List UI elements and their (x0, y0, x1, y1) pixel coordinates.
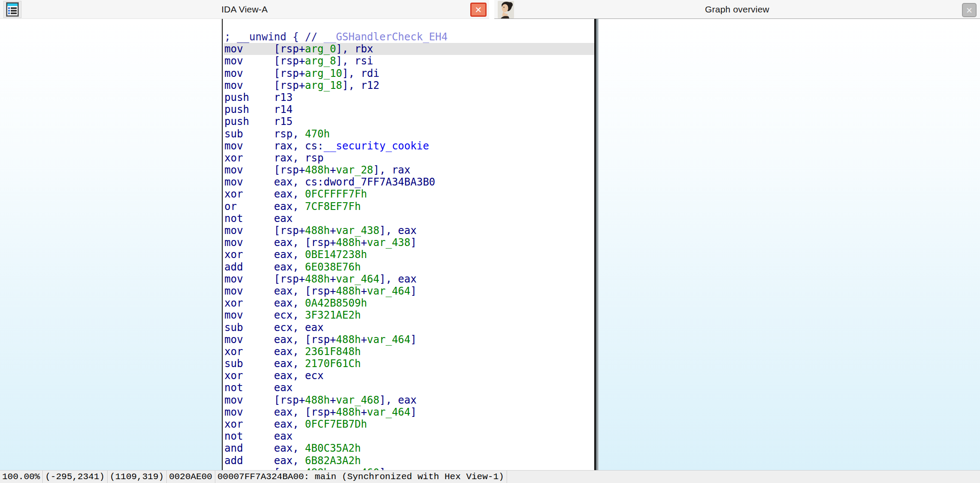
asm-token: 6B82A3A2h (305, 455, 361, 467)
asm-token: var_464 (367, 406, 410, 418)
ida-view-a-titlebar: IDA View-A ✕ (0, 0, 489, 19)
asm-token: 3F321AE2h (305, 309, 361, 321)
asm-token: + (330, 394, 336, 406)
asm-listing-lines: ; __unwind { // __GSHandlerCheck_EH4mov … (224, 31, 594, 470)
asm-line[interactable]: not eax (224, 213, 594, 225)
asm-token: ], rax (373, 164, 411, 176)
asm-token: ], r12 (342, 79, 380, 91)
asm-line[interactable]: xor eax, 2361F848h (224, 346, 594, 358)
asm-line[interactable]: xor eax, ecx (224, 370, 594, 382)
asm-line[interactable]: mov eax, [rsp+488h+var_464] (224, 406, 594, 418)
status-file-offset: 0020AE00 (167, 471, 215, 483)
asm-token: arg_18 (305, 79, 342, 91)
asm-line[interactable]: xor eax, 0BE147238h (224, 249, 594, 261)
asm-token: 488h (305, 225, 330, 237)
asm-line[interactable]: sub ecx, eax (224, 322, 594, 334)
close-icon[interactable]: ✕ (470, 3, 487, 17)
disassembly-listing[interactable]: ; __unwind { // __GSHandlerCheck_EH4mov … (222, 19, 594, 470)
asm-token: xor eax, (224, 249, 305, 261)
asm-token: push r15 (224, 115, 293, 128)
asm-token: sub ecx, eax (224, 322, 324, 334)
asm-token: sub rsp, (224, 128, 305, 140)
asm-token: ] (411, 406, 417, 418)
asm-line[interactable]: mov [rsp+488h+var_464], eax (224, 273, 594, 285)
asm-token: var_460 (336, 467, 379, 470)
asm-line[interactable]: add eax, 6B82A3A2h (224, 455, 594, 467)
asm-token: mov [rsp+ (224, 164, 305, 176)
asm-token: 7CF8EF7Fh (305, 200, 361, 213)
asm-line[interactable]: mov [rsp+arg_18], r12 (224, 79, 594, 91)
asm-line[interactable]: xor rax, rsp (224, 152, 594, 164)
asm-line[interactable]: mov rax, cs:__security_cookie (224, 140, 594, 152)
asm-line[interactable]: xor eax, 0A42B8509h (224, 297, 594, 309)
asm-token: ] (411, 237, 417, 249)
asm-line[interactable]: mov [rsp+arg_8], rsi (224, 55, 594, 67)
asm-token: + (361, 334, 367, 346)
asm-line[interactable]: ; __unwind { // __GSHandlerCheck_EH4 (224, 31, 594, 43)
asm-line[interactable]: push r15 (224, 115, 594, 128)
asm-token: 470h (305, 128, 330, 140)
asm-line[interactable]: push r13 (224, 91, 594, 103)
asm-token: ], eax (379, 394, 417, 406)
asm-token: + (361, 285, 367, 297)
asm-token: and eax, (224, 442, 305, 454)
graph-overview-title: Graph overview (494, 0, 980, 19)
asm-line[interactable]: sub rsp, 470h (224, 128, 594, 140)
asm-token: 488h (305, 467, 330, 470)
asm-token: mov [rsp+ (224, 467, 305, 470)
asm-token: ], rbx (336, 43, 373, 55)
asm-line[interactable]: mov ecx, 3F321AE2h (224, 309, 594, 321)
asm-token: add eax, (224, 455, 305, 467)
asm-token: mov eax, [rsp+ (224, 285, 336, 297)
status-address-function: 00007FF7A324BA00: main (Synchronized wit… (215, 471, 507, 483)
asm-line[interactable]: mov [rsp+488h+var_438], eax (224, 225, 594, 237)
ida-view-a-title: IDA View-A (0, 0, 489, 19)
asm-token: var_464 (367, 334, 410, 346)
asm-line[interactable]: mov eax, [rsp+488h+var_464] (224, 285, 594, 297)
asm-token: xor eax, (224, 418, 305, 430)
asm-token: 488h (336, 406, 361, 418)
asm-token: 0FCF7EB7Dh (305, 418, 367, 430)
graph-overview-canvas[interactable] (599, 19, 980, 470)
asm-line[interactable]: push r14 (224, 103, 594, 115)
asm-token: 0A42B8509h (305, 297, 367, 309)
asm-line[interactable]: mov [rsp+arg_10], rdi (224, 67, 594, 79)
asm-line[interactable]: add eax, 6E038E76h (224, 261, 594, 273)
asm-line[interactable]: not eax (224, 382, 594, 394)
asm-token: ], rsi (336, 55, 373, 67)
asm-token: xor eax, (224, 297, 305, 309)
asm-line[interactable]: mov [rsp+488h+var_28], rax (224, 164, 594, 176)
asm-line[interactable]: mov [rsp+488h+var_460], eax (224, 467, 594, 470)
asm-token: add eax, (224, 261, 305, 273)
asm-line[interactable]: sub eax, 2170F61Ch (224, 358, 594, 370)
asm-token: + (330, 164, 336, 176)
graph-overview-titlebar: Graph overview ✕ (494, 0, 980, 19)
asm-token: not eax (224, 430, 293, 442)
asm-line[interactable]: mov eax, cs:dword_7FF7A34BA3B0 (224, 176, 594, 188)
asm-token: 488h (336, 237, 361, 249)
asm-line[interactable]: mov [rsp+488h+var_468], eax (224, 394, 594, 406)
asm-token: var_468 (336, 394, 379, 406)
asm-line[interactable]: mov eax, [rsp+488h+var_464] (224, 334, 594, 346)
asm-line[interactable]: not eax (224, 430, 594, 442)
ida-workspace: IDA View-A ✕ Graph overview ✕ ; __unwind… (0, 0, 980, 483)
asm-token: mov rax, cs: (224, 140, 324, 152)
disassembly-left-margin (0, 19, 222, 470)
asm-line[interactable]: and eax, 4B0C35A2h (224, 442, 594, 454)
asm-token: mov [rsp+ (224, 55, 305, 67)
asm-line[interactable]: mov eax, [rsp+488h+var_438] (224, 237, 594, 249)
asm-line[interactable]: mov [rsp+arg_0], rbx (224, 43, 594, 55)
status-coords-2: (1109,319) (108, 471, 167, 483)
asm-line[interactable]: xor eax, 0FCFFFF7Fh (224, 188, 594, 200)
pane-splitter[interactable] (594, 19, 599, 470)
close-icon[interactable]: ✕ (962, 3, 977, 17)
asm-line[interactable]: xor eax, 0FCF7EB7Dh (224, 418, 594, 430)
asm-token: 0FCFFFF7Fh (305, 188, 367, 200)
asm-token: ], eax (379, 467, 417, 470)
asm-token: 0BE147238h (305, 249, 367, 261)
asm-token: + (330, 225, 336, 237)
asm-token: 488h (336, 285, 361, 297)
asm-token: arg_8 (305, 55, 336, 67)
asm-line[interactable]: or eax, 7CF8EF7Fh (224, 200, 594, 213)
asm-token: xor eax, (224, 346, 305, 358)
